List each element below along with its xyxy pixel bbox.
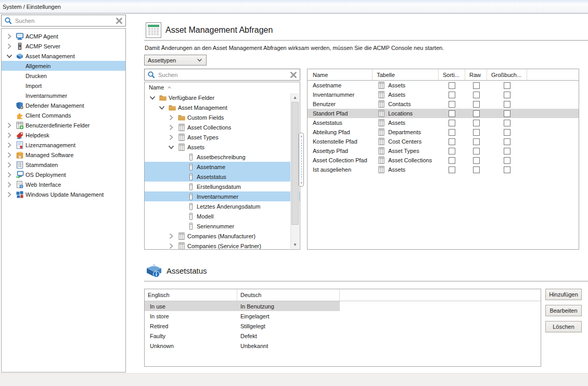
sidebar-item[interactable]: Inventarnummer	[2, 91, 125, 100]
chevron-right-icon[interactable]	[5, 42, 14, 50]
list-item[interactable]: In use In Benutzung	[145, 301, 340, 311]
table-row[interactable]: Assetstatus Assets	[308, 118, 579, 127]
chevron-right-icon[interactable]	[167, 133, 175, 141]
table-row[interactable]: Abteilung Pfad Departments	[308, 127, 579, 137]
sidebar-item[interactable]: Defender Management	[2, 100, 125, 110]
chevron-right-icon[interactable]	[5, 190, 14, 199]
sort-checkbox[interactable]	[449, 138, 455, 145]
raw-checkbox[interactable]	[473, 120, 480, 126]
chevron-right-icon[interactable]	[5, 32, 14, 41]
column-header-english[interactable]: Englisch	[145, 289, 237, 301]
raw-checkbox[interactable]	[473, 110, 480, 117]
tree-item[interactable]: Assets	[145, 142, 300, 152]
clear-icon[interactable]	[289, 71, 298, 79]
uppercase-checkbox[interactable]	[504, 101, 510, 108]
sidebar-item[interactable]: Allgemein	[2, 61, 125, 71]
clear-icon[interactable]	[114, 17, 123, 25]
raw-checkbox[interactable]	[473, 166, 480, 173]
action-button[interactable]: Löschen	[545, 321, 582, 332]
fields-search-input[interactable]	[157, 71, 287, 79]
uppercase-checkbox[interactable]	[504, 82, 510, 89]
tree-item[interactable]: Seriennummer	[145, 221, 300, 231]
column-header-raw[interactable]: Raw	[465, 69, 487, 80]
sidebar-item[interactable]: Helpdesk	[2, 130, 125, 140]
sidebar-item[interactable]: Lizenzmanagement	[2, 140, 125, 150]
chevron-right-icon[interactable]	[5, 121, 14, 130]
tree-item[interactable]: Asset Collections	[145, 122, 300, 132]
sort-checkbox[interactable]	[449, 92, 455, 98]
sort-checkbox[interactable]	[449, 101, 455, 108]
chevron-right-icon[interactable]	[167, 232, 175, 240]
tree-item[interactable]: Letztes Änderungsdatum	[145, 201, 300, 211]
uppercase-checkbox[interactable]	[504, 120, 510, 126]
tree-item[interactable]: Assetstatus	[145, 172, 300, 182]
collapse-left-icon[interactable]: ‹	[301, 181, 302, 185]
chevron-right-icon[interactable]	[167, 113, 175, 122]
fields-column-header[interactable]: Name	[145, 82, 300, 93]
table-row[interactable]: Asset Collection Pfad Asset Collections	[308, 156, 579, 165]
tree-item[interactable]: Custom Fields	[145, 112, 300, 122]
sort-checkbox[interactable]	[449, 166, 455, 173]
scroll-up-button[interactable]: ▲	[291, 93, 299, 101]
sidebar-item[interactable]: Client Commands	[2, 110, 125, 120]
uppercase-checkbox[interactable]	[504, 166, 510, 173]
column-header-table[interactable]: Tabelle	[373, 69, 439, 80]
table-row[interactable]: Standort Pfad Locations	[308, 109, 579, 118]
tree-item[interactable]: Asset Management	[145, 102, 300, 112]
list-item[interactable]: Unknown Unbekannt	[145, 341, 340, 351]
table-row[interactable]: Benutzer Contacts	[308, 99, 579, 109]
chevron-right-icon[interactable]	[5, 151, 14, 159]
sort-checkbox[interactable]	[449, 82, 455, 89]
column-header-sort[interactable]: Sorti...	[439, 69, 465, 80]
tree-item[interactable]: Erstellungsdatum	[145, 182, 300, 191]
raw-checkbox[interactable]	[473, 92, 480, 98]
sidebar-item[interactable]: Asset Management	[2, 51, 125, 61]
raw-checkbox[interactable]	[473, 157, 480, 164]
list-item[interactable]: In store Eingelagert	[145, 311, 340, 321]
tree-item[interactable]: Assetbeschreibung	[145, 152, 300, 162]
column-header-german[interactable]: Deutsch	[237, 289, 340, 301]
chevron-right-icon[interactable]	[167, 123, 175, 132]
sidebar-item[interactable]: OS Deployment	[2, 170, 125, 179]
raw-checkbox[interactable]	[473, 82, 480, 89]
raw-checkbox[interactable]	[473, 148, 480, 155]
chevron-right-icon[interactable]	[5, 131, 14, 139]
scroll-down-button[interactable]: ▼	[291, 240, 299, 249]
raw-checkbox[interactable]	[473, 101, 480, 108]
chevron-right-icon[interactable]	[5, 141, 14, 149]
column-header-uppercase[interactable]: Großbuch...	[487, 69, 527, 80]
chevron-right-icon[interactable]	[167, 242, 175, 250]
sidebar-item[interactable]: Stammdaten	[2, 160, 125, 170]
sidebar-item[interactable]: Import	[2, 81, 125, 91]
uppercase-checkbox[interactable]	[504, 138, 510, 145]
chevron-down-icon[interactable]	[5, 52, 14, 60]
tree-item[interactable]: Inventarnummer	[145, 191, 300, 201]
chevron-right-icon[interactable]	[5, 181, 14, 189]
sidebar-search[interactable]	[1, 15, 126, 27]
table-row[interactable]: Inventarnummer Assets	[308, 90, 579, 99]
sidebar-item[interactable]: Benutzerdefinierte Felder	[2, 120, 125, 130]
chevron-right-icon[interactable]	[5, 161, 14, 169]
action-button[interactable]: Hinzufügen	[545, 289, 582, 300]
panel-splitter[interactable]: ‹ ‹	[299, 133, 304, 187]
table-row[interactable]: Assetname Assets	[308, 81, 579, 90]
sort-checkbox[interactable]	[449, 110, 455, 117]
chevron-right-icon[interactable]	[5, 171, 14, 179]
chevron-down-icon[interactable]	[167, 143, 175, 151]
tree-item[interactable]: Asset Types	[145, 132, 300, 142]
tree-item[interactable]: Verfügbare Felder	[145, 93, 300, 102]
uppercase-checkbox[interactable]	[504, 157, 510, 164]
scrollbar-thumb[interactable]	[291, 102, 299, 225]
sidebar-item[interactable]: Web Interface	[2, 179, 125, 189]
uppercase-checkbox[interactable]	[504, 129, 510, 136]
sidebar-item[interactable]: Windows Update Management	[2, 189, 125, 199]
chevron-down-icon[interactable]	[157, 104, 166, 112]
tree-item[interactable]: Assetname	[145, 162, 300, 172]
sort-checkbox[interactable]	[449, 157, 455, 164]
fields-search[interactable]	[144, 69, 300, 81]
tree-item[interactable]: Companies (Service Partner)	[145, 241, 300, 250]
vertical-scrollbar[interactable]: ▲ ▼	[290, 93, 299, 249]
raw-checkbox[interactable]	[473, 129, 480, 136]
tree-item[interactable]: Modell	[145, 211, 300, 221]
action-button[interactable]: Bearbeiten	[545, 305, 582, 316]
